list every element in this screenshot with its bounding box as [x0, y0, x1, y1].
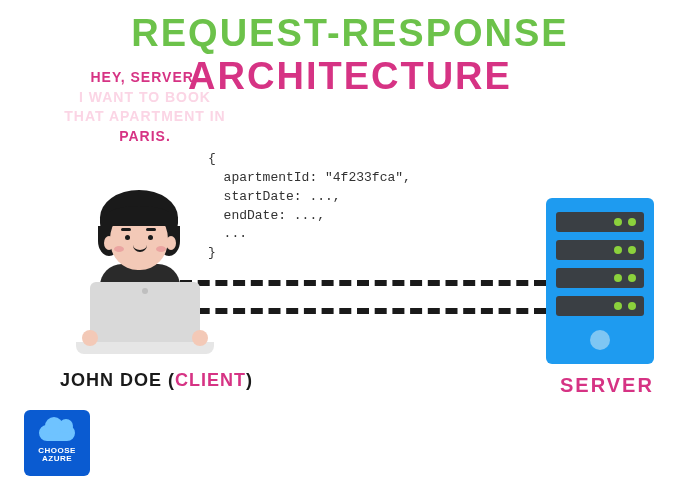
payload-open: {: [208, 151, 216, 166]
person-eye-icon: [148, 235, 153, 240]
speech-line-2: I WANT TO BOOK: [55, 88, 235, 108]
title-left: REQUEST-RESPONSE: [131, 12, 568, 54]
speech-line-4: PARIS.: [55, 127, 235, 147]
laptop-camera-icon: [142, 288, 148, 294]
payload-line-1: apartmentId: "4f233fca",: [208, 170, 411, 185]
client-role-open: (: [162, 370, 175, 390]
person-hand-icon: [192, 330, 208, 346]
person-blush-icon: [156, 246, 166, 252]
laptop-base-icon: [76, 342, 214, 354]
person-eye-icon: [125, 235, 130, 240]
payload-line-3: endDate: ...,: [208, 208, 325, 223]
client-illustration: [70, 180, 220, 360]
server-led-icon: [614, 274, 622, 282]
server-led-icon: [628, 302, 636, 310]
server-rack-icon: [556, 268, 644, 288]
choose-azure-logo: CHOOSE AZURE: [24, 410, 90, 476]
server-rack-icon: [556, 212, 644, 232]
server-power-icon: [590, 330, 610, 350]
person-blush-icon: [114, 246, 124, 252]
server-label: SERVER: [560, 374, 654, 397]
response-line-icon: [180, 308, 546, 314]
payload-line-2: startDate: ...,: [208, 189, 341, 204]
logo-line-2: AZURE: [42, 455, 72, 463]
client-speech: HEY, SERVER! I WANT TO BOOK THAT APARTME…: [55, 68, 235, 146]
server-led-icon: [628, 246, 636, 254]
speech-line-3: THAT APARTMENT IN: [55, 107, 235, 127]
server-led-icon: [614, 302, 622, 310]
client-name: JOHN DOE: [60, 370, 162, 390]
server-led-icon: [614, 218, 622, 226]
person-brow-icon: [146, 228, 156, 231]
title-right: ARCHITECTURE: [188, 55, 512, 97]
person-fringe-icon: [106, 206, 172, 226]
cloud-icon: [37, 423, 77, 443]
server-led-icon: [628, 274, 636, 282]
server-rack-icon: [556, 240, 644, 260]
server-led-icon: [614, 246, 622, 254]
person-brow-icon: [121, 228, 131, 231]
request-payload: { apartmentId: "4f233fca", startDate: ..…: [208, 150, 411, 263]
client-role-close: ): [246, 370, 253, 390]
server-rack-icon: [556, 296, 644, 316]
client-role: CLIENT: [175, 370, 246, 390]
server-led-icon: [628, 218, 636, 226]
request-line-icon: [180, 280, 546, 286]
server-illustration: [546, 198, 654, 364]
person-hand-icon: [82, 330, 98, 346]
client-label: JOHN DOE (CLIENT): [60, 370, 253, 391]
speech-line-1: HEY, SERVER!: [55, 68, 235, 88]
